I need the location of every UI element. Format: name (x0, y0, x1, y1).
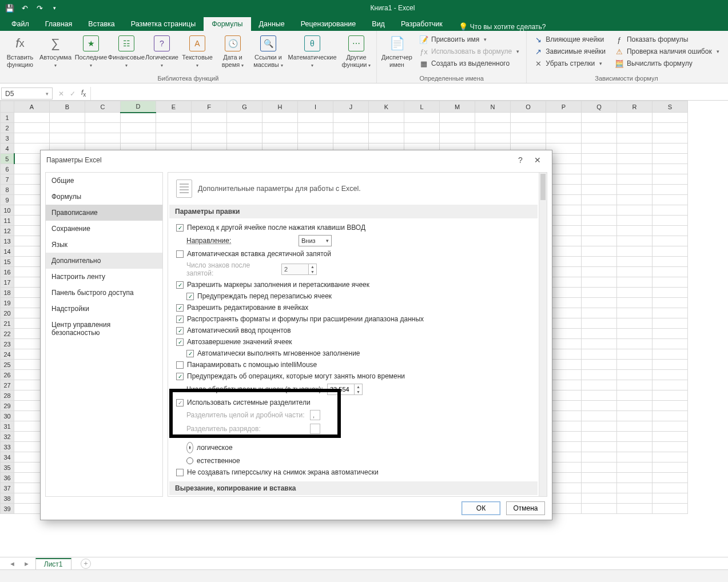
tell-me-search[interactable]: 💡 Что вы хотите сделать? (451, 22, 554, 31)
nav-qat[interactable]: Панель быстрого доступа (46, 285, 162, 301)
name-box[interactable]: D5▾ (1, 87, 53, 99)
dialog-header: Дополнительные параметры для работы с Ex… (198, 185, 361, 193)
radio-natural[interactable] (186, 457, 193, 464)
tab-home[interactable]: Главная (37, 17, 81, 31)
tab-layout[interactable]: Разметка страницы (123, 17, 204, 31)
checkbox-warn-long-ops[interactable] (176, 373, 184, 380)
sheet-tab[interactable]: Лист1 (35, 558, 71, 569)
decimal-places-spinner[interactable]: ▲▼ (281, 264, 317, 275)
datetime-functions-button[interactable]: 🕓 Дата и время ▾ (216, 33, 249, 75)
nav-addins[interactable]: Надстройки (46, 301, 162, 317)
checkbox-fill-handle[interactable] (176, 281, 184, 289)
logical-functions-button[interactable]: ? Логические▾ (145, 33, 178, 75)
tab-file[interactable]: Файл (3, 17, 37, 31)
math-functions-button[interactable]: θ Математические▾ (287, 33, 337, 75)
tab-developer[interactable]: Разработчик (393, 17, 451, 31)
enter-icon[interactable]: ✓ (70, 90, 75, 98)
show-formulas-icon: ƒ (615, 35, 624, 44)
insert-function-button[interactable]: fx Вставить функцию (3, 33, 37, 75)
cells-thousands-spinner[interactable]: ▲▼ (327, 384, 363, 395)
remove-arrows-icon: ✕ (534, 59, 543, 68)
recent-functions-button[interactable]: ★ Последние▾ (74, 33, 108, 75)
name-manager-button[interactable]: 📄 Диспетчер имен (380, 33, 413, 75)
nav-language[interactable]: Язык (46, 237, 162, 253)
use-in-formula-button[interactable]: ƒxИспользовать в формуле (416, 46, 523, 57)
tab-formulas[interactable]: Формулы (204, 17, 250, 31)
nav-save[interactable]: Сохранение (46, 221, 162, 237)
page-icon (176, 180, 192, 198)
checkbox-flash-fill[interactable] (186, 350, 194, 357)
dialog-scrollbar[interactable] (539, 173, 547, 496)
trace-dep-icon: ↗ (534, 47, 543, 56)
dialog-nav: Общие Формулы Правописание Сохранение Яз… (45, 172, 163, 497)
function-library-label: Библиотека функций (3, 75, 373, 83)
formula-input[interactable] (91, 87, 728, 100)
logical-icon: ? (153, 34, 171, 53)
close-button[interactable]: ✕ (529, 156, 546, 165)
evaluate-icon: 🧮 (615, 59, 624, 68)
remove-arrows-button[interactable]: ✕Убрать стрелки (530, 58, 609, 69)
cancel-icon[interactable]: ✕ (58, 90, 64, 98)
evaluate-formula-button[interactable]: 🧮Вычислить формулу (611, 58, 723, 69)
checkbox-edit-in-cell[interactable] (176, 304, 184, 312)
nav-trust-center[interactable]: Центр управления безопасностью (46, 317, 162, 341)
checkbox-auto-decimal[interactable] (176, 250, 184, 258)
warning-icon: ⚠ (615, 47, 624, 56)
direction-select[interactable]: Вниз (299, 235, 332, 246)
dialog-titlebar: Параметры Excel ? ✕ (41, 150, 552, 170)
cancel-button[interactable]: Отмена (506, 501, 545, 515)
error-checking-button[interactable]: ⚠Проверка наличия ошибок (611, 46, 723, 57)
clock-icon: 🕓 (224, 34, 242, 53)
dialog-content: Дополнительные параметры для работы с Ex… (168, 172, 547, 497)
nav-general[interactable]: Общие (46, 173, 162, 189)
checkbox-intellimouse[interactable] (176, 361, 184, 369)
sheet-nav-next[interactable]: ► (21, 560, 32, 567)
decimal-sep-input[interactable] (310, 410, 320, 420)
tab-review[interactable]: Рецензирование (293, 17, 364, 31)
redo-icon[interactable]: ↷ (33, 2, 46, 14)
checkbox-extend-formats[interactable] (176, 316, 184, 323)
math-icon: θ (303, 34, 321, 53)
defined-names-label: Определенные имена (380, 75, 523, 83)
nav-formulas[interactable]: Формулы (46, 189, 162, 205)
radio-logical[interactable] (186, 442, 193, 453)
tab-view[interactable]: Вид (364, 17, 393, 31)
undo-icon[interactable]: ↶ (18, 2, 31, 14)
text-functions-button[interactable]: A Текстовые▾ (181, 33, 214, 75)
thousand-sep-input[interactable] (310, 424, 320, 434)
nav-proofing[interactable]: Правописание (46, 205, 162, 221)
name-manager-icon: 📄 (388, 34, 406, 53)
ok-button[interactable]: ОК (462, 501, 500, 515)
tab-data[interactable]: Данные (251, 17, 293, 31)
trace-precedents-button[interactable]: ↘Влияющие ячейки (530, 34, 609, 45)
show-formulas-button[interactable]: ƒПоказать формулы (611, 34, 723, 45)
nav-customize-ribbon[interactable]: Настроить ленту (46, 269, 162, 285)
create-from-selection-button[interactable]: ▦Создать из выделенного (416, 58, 523, 69)
checkbox-percent-entry[interactable] (176, 327, 184, 334)
checkbox-move-after-enter[interactable] (176, 224, 184, 232)
checkbox-autocomplete[interactable] (176, 338, 184, 346)
define-name-button[interactable]: 📝Присвоить имя (416, 34, 523, 45)
save-icon[interactable]: 💾 (3, 2, 16, 14)
sheet-tab-bar: ◄ ► Лист1 ＋ (0, 557, 728, 569)
formula-auditing-label: Зависимости формул (530, 75, 722, 83)
trace-dependents-button[interactable]: ↗Зависимые ячейки (530, 46, 609, 57)
title-bar: 💾 ↶ ↷ ▾ Книга1 - Excel (0, 0, 728, 16)
lookup-functions-button[interactable]: 🔍 Ссылки и массивы ▾ (252, 33, 285, 75)
tab-insert[interactable]: Вставка (80, 17, 122, 31)
checkbox-no-hyperlink-screenshot[interactable] (176, 469, 184, 476)
financial-icon: ☷ (117, 34, 136, 53)
excel-options-dialog: Параметры Excel ? ✕ Общие Формулы Правоп… (40, 150, 552, 520)
help-button[interactable]: ? (512, 156, 529, 165)
financial-functions-button[interactable]: ☷ Финансовые▾ (110, 33, 143, 75)
fx-icon[interactable]: fx (81, 89, 86, 98)
sheet-nav-prev[interactable]: ◄ (7, 560, 18, 567)
checkbox-system-separators[interactable] (176, 399, 184, 406)
nav-advanced[interactable]: Дополнительно (46, 253, 162, 269)
lightbulb-icon: 💡 (459, 22, 468, 31)
autosum-button[interactable]: ∑ Автосумма▾ (39, 33, 72, 75)
more-functions-button[interactable]: ⋯ Другие функции ▾ (340, 33, 373, 75)
checkbox-alert-overwrite[interactable] (186, 293, 194, 300)
qat-customize-icon[interactable]: ▾ (48, 2, 61, 14)
add-sheet-button[interactable]: ＋ (81, 559, 91, 569)
